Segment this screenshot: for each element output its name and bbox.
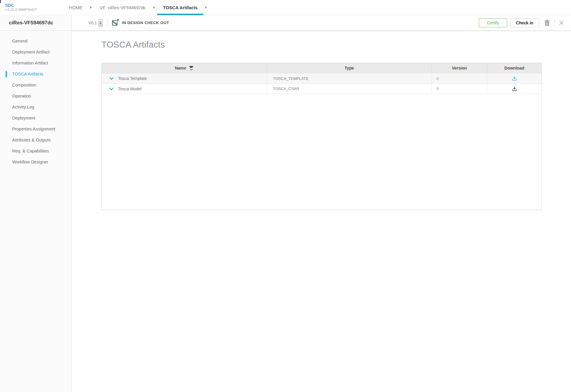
download-cell [487,84,542,94]
column-header-version: Version [432,63,487,73]
sdc-version-text: v.1.15.0-SNAPSHOT [5,8,37,12]
checkout-notepad-pencil-icon [112,19,119,26]
sidebar-item-attributes-outputs[interactable]: Attributes & Outputs [0,135,71,146]
toolbar-divider [107,18,107,27]
download-cell [487,73,542,84]
sort-icon[interactable] [189,66,194,70]
artifact-type: TOSCA_TEMPLATE [267,73,432,84]
artifact-type: TOSCA_CSAR [267,84,432,94]
column-header-download: Download [487,63,542,73]
check-in-button[interactable]: Check in [510,18,539,27]
sidebar-header: ciRes-VF594697dc [0,15,71,31]
top-header-bar: SDC v.1.15.0-SNAPSHOT HOME VF: ciRes-VF5… [0,0,571,15]
delete-button[interactable] [544,20,550,26]
certify-button[interactable]: Certify [479,18,507,27]
toolbar-divider [554,19,555,27]
tab-tosca-artifacts[interactable]: TOSCA Artifacts [157,0,203,15]
version-value: V0.1 [88,21,97,25]
sidebar-item-workflow-designer[interactable]: Workflow Designer [0,157,71,168]
sidebar-item-general[interactable]: General [0,36,71,47]
sidebar-item-composition[interactable]: Composition [0,80,71,91]
artifact-version: 0 [432,73,487,84]
artifact-name: Tosca Template [118,76,147,81]
breadcrumb-separator-icon [152,0,157,15]
lifecycle-toolbar: V0.1 IN DESIGN CHECK OUT Certify Check i… [72,15,571,31]
sidebar-item-operation[interactable]: Operation [0,91,71,102]
sdc-logo-text: SDC [5,3,37,8]
tab-home[interactable]: HOME [63,0,88,15]
sidebar-item-activity-log[interactable]: Activity Log [0,102,71,113]
tosca-artifacts-table: Name Type Version Download Tosca Templat… [101,63,542,210]
main-area: V0.1 IN DESIGN CHECK OUT Certify Check i… [72,15,571,392]
table-row-tosca-model[interactable]: Tosca Model TOSCA_CSAR 0 [102,84,542,94]
sidebar-item-req-capabilities[interactable]: Req. & Capabilities [0,146,71,157]
sidebar: ciRes-VF594697dc General Deployment Arti… [0,15,72,392]
column-header-type: Type [267,63,432,73]
download-icon [512,75,517,81]
close-button[interactable] [559,21,564,25]
sidebar-item-properties-assignment[interactable]: Properties Assignment [0,124,71,135]
download-icon [512,86,517,92]
table-header-row: Name Type Version Download [102,63,542,73]
sidebar-item-deployment[interactable]: Deployment [0,113,71,124]
page-title: TOSCA Artifacts [101,40,571,50]
artifact-name: Tosca Model [118,86,142,91]
breadcrumb-separator-icon [88,0,94,15]
corner-mark [0,0,1,3]
lifecycle-state: IN DESIGN CHECK OUT [112,19,169,26]
sidebar-item-tosca-artifacts[interactable]: TOSCA Artifacts [0,69,71,80]
version-selector[interactable]: V0.1 [88,19,103,26]
tab-vf-cires[interactable]: VF: ciRes-VF594697dc [94,0,152,15]
trash-icon [544,20,550,26]
download-button[interactable] [511,85,518,93]
close-icon [559,21,564,25]
version-spinner-icon[interactable] [98,19,103,26]
breadcrumb-separator-icon [203,0,209,15]
name-cell: Tosca Template [102,73,267,84]
expand-chevron-down-icon[interactable] [109,76,114,81]
expand-chevron-down-icon[interactable] [109,86,114,92]
name-cell: Tosca Model [102,84,267,94]
component-name-title: ciRes-VF594697dc [9,20,53,26]
breadcrumb: HOME VF: ciRes-VF594697dc TOSCA Artifact… [63,0,209,15]
column-header-name[interactable]: Name [102,63,267,73]
table-row-tosca-template[interactable]: Tosca Template TOSCA_TEMPLATE 0 [102,73,542,84]
sdc-logo[interactable]: SDC v.1.15.0-SNAPSHOT [5,0,37,15]
sidebar-item-deployment-artifact[interactable]: Deployment Artifact [0,47,71,58]
artifact-version: 0 [432,84,487,94]
lifecycle-state-label: IN DESIGN CHECK OUT [122,21,169,25]
download-button[interactable] [511,75,518,82]
sidebar-nav: General Deployment Artifact Information … [0,31,71,168]
sidebar-item-information-artifact[interactable]: Information Artifact [0,58,71,69]
